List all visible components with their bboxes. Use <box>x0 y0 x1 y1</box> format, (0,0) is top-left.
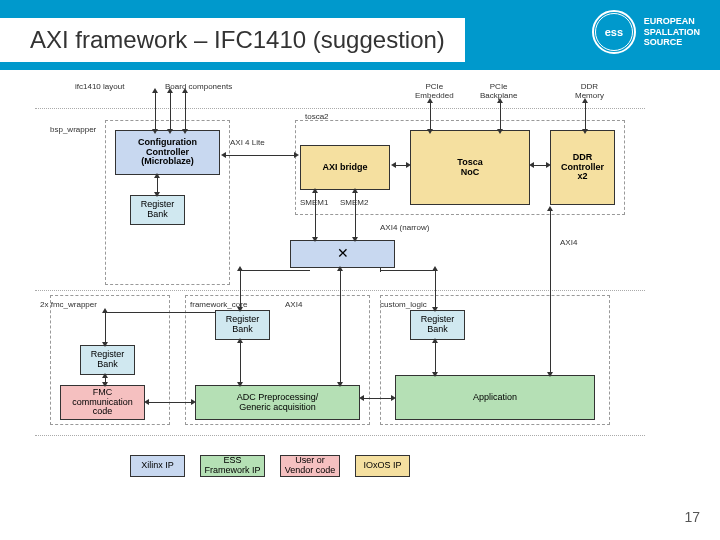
block-regbank-3: Register Bank <box>215 310 270 340</box>
org-name: EUROPEAN SPALLATION SOURCE <box>644 16 700 48</box>
title-container: AXI framework – IFC1410 (suggestion) <box>0 18 465 62</box>
arrow-xbar-fwcore <box>240 270 241 308</box>
conn-xbar-stub <box>380 268 381 272</box>
label-ddr: DDR Memory <box>575 82 604 100</box>
conn-xbar-left <box>240 270 310 271</box>
arrow-ddr-app <box>550 210 551 373</box>
block-adc-preprocessing: ADC Preprocessing/ Generic acquisition <box>195 385 360 420</box>
arrow-smem2 <box>355 192 356 238</box>
arrow-tosca-ddr <box>533 165 547 166</box>
conn-xbar-right <box>380 270 435 271</box>
conn-fmc-regbank-h <box>105 312 215 313</box>
block-regbank-1: Register Bank <box>130 195 185 225</box>
label-board: Board components <box>165 82 232 91</box>
block-regbank-2: Register Bank <box>80 345 135 375</box>
arrow-regbank2-fmc <box>105 377 106 383</box>
legend-user: User or Vendor code <box>280 455 340 477</box>
logo-text: ess <box>605 26 623 38</box>
label-bsp: bsp_wrapper <box>50 125 96 134</box>
block-tosca-noc: Tosca NoC <box>410 130 530 205</box>
legend-ess: ESS Framework IP <box>200 455 265 477</box>
block-regbank-4: Register Bank <box>410 310 465 340</box>
block-diagram: ifc1410 layout Board components bsp_wrap… <box>60 80 660 500</box>
label-axi4lite: AXI 4 Lite <box>230 138 265 147</box>
arrow-board-3 <box>185 92 186 130</box>
arrow-config-regbank <box>157 177 158 193</box>
logo-area: ess EUROPEAN SPALLATION SOURCE <box>592 10 700 54</box>
slide-header: AXI framework – IFC1410 (suggestion) ess… <box>0 0 720 70</box>
arrow-regbank4-app <box>435 342 436 373</box>
arrow-xbar-adc <box>340 270 341 383</box>
arrow-axibridge-tosca <box>395 165 407 166</box>
arrow-pcie-back <box>500 102 501 130</box>
legend-xilinx: Xilinx IP <box>130 455 185 477</box>
arrow-pcie-emb <box>430 102 431 130</box>
arrow-fmc-adc <box>148 402 192 403</box>
separator-3 <box>35 435 645 436</box>
block-fmc-comm: FMC communication code <box>60 385 145 420</box>
arrow-smem1 <box>315 192 316 238</box>
block-ddr-controller: DDR Controller x2 <box>550 130 615 205</box>
slide-title: AXI framework – IFC1410 (suggestion) <box>30 26 445 53</box>
arrow-config-axibridge <box>225 155 295 156</box>
block-axi-bridge: AXI bridge <box>300 145 390 190</box>
arrow-regbank3-adc <box>240 342 241 383</box>
arrow-board-1 <box>155 92 156 130</box>
arrow-adc-app <box>363 398 392 399</box>
label-axi4narrow: AXI4 (narrow) <box>380 223 429 232</box>
block-application: Application <box>395 375 595 420</box>
label-axi4: AXI4 <box>560 238 577 247</box>
page-number: 17 <box>684 509 700 525</box>
label-ifc: ifc1410 layout <box>75 82 124 91</box>
arrow-board-2 <box>170 92 171 130</box>
separator-1 <box>35 108 645 109</box>
legend-ioxos: IOxOS IP <box>355 455 410 477</box>
block-crossbar: ✕ <box>290 240 395 268</box>
arrow-fmc-regbank <box>105 312 106 343</box>
label-pcie-emb: PCIe Embedded <box>415 82 454 100</box>
arrow-xbar-custom <box>435 270 436 308</box>
ess-logo-icon: ess <box>592 10 636 54</box>
block-config-controller: Configuration Controller (Microblaze) <box>115 130 220 175</box>
arrow-ddr <box>585 102 586 130</box>
